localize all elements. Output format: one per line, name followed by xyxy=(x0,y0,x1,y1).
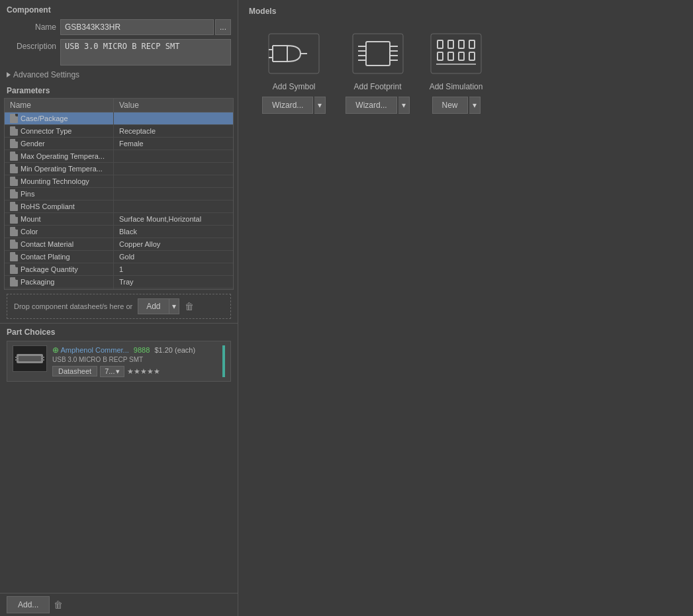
table-row[interactable]: Package Quantity1 xyxy=(5,263,233,276)
name-field-group: ... xyxy=(60,19,231,35)
table-row[interactable]: Case/Package xyxy=(5,112,233,125)
table-row[interactable]: Contact MaterialCopper Alloy xyxy=(5,238,233,251)
col-name-header: Name xyxy=(5,99,114,112)
param-value-cell: Tray xyxy=(114,277,233,287)
datasheet-drop-label: Drop component datasheet/s here or xyxy=(14,302,132,310)
file-icon xyxy=(10,114,18,123)
param-value-cell: Black xyxy=(114,226,233,237)
table-row[interactable]: Min Operating Tempera... xyxy=(5,163,233,175)
add-footprint-item: Add Footprint Wizard... ▾ xyxy=(346,30,409,114)
name-ellipsis-button[interactable]: ... xyxy=(215,19,231,35)
advanced-settings-toggle[interactable]: Advanced Settings xyxy=(0,67,238,82)
description-row: Description USB 3.0 MICRO B RECP SMT xyxy=(0,37,238,67)
part-version-button[interactable]: 7... ▾ xyxy=(100,366,124,377)
footprint-wizard-arrow-button[interactable]: ▾ xyxy=(398,97,410,114)
param-name-cell: Contact Plating xyxy=(5,251,114,263)
param-name-cell: Package Quantity xyxy=(5,263,114,275)
table-row[interactable]: ColorBlack xyxy=(5,226,233,238)
table-row[interactable]: GenderFemale xyxy=(5,138,233,150)
part-info: ⊕ Amphenol Commer... 9888 $1.20 (each) U… xyxy=(52,345,217,377)
bottom-add-button[interactable]: Add... xyxy=(7,596,50,613)
symbol-wizard-arrow-button[interactable]: ▾ xyxy=(314,97,326,114)
add-symbol-item: Add Symbol Wizard... ▾ xyxy=(262,30,326,114)
add-datasheet-button[interactable]: Add xyxy=(138,298,169,314)
delete-datasheet-icon[interactable]: 🗑 xyxy=(185,301,194,312)
part-choices-header: Part Choices xyxy=(7,328,231,337)
name-input[interactable] xyxy=(60,19,214,35)
part-stars: ★★★★★ xyxy=(127,367,160,376)
svg-rect-3 xyxy=(15,359,19,361)
models-header: Models xyxy=(249,7,682,16)
symbol-btn-row: Wizard... ▾ xyxy=(262,97,326,114)
simulation-new-button[interactable]: New xyxy=(432,97,468,114)
param-value-cell: 1 xyxy=(114,264,233,275)
file-icon xyxy=(10,265,18,274)
simulation-new-arrow-button[interactable]: ▾ xyxy=(469,97,481,114)
svg-rect-5 xyxy=(41,359,44,361)
footprint-wizard-button[interactable]: Wizard... xyxy=(346,97,396,114)
bottom-delete-icon[interactable]: 🗑 xyxy=(54,599,63,610)
table-row[interactable]: Pins xyxy=(5,188,233,200)
add-simulation-label: Add Simulation xyxy=(430,82,483,91)
footprint-btn-row: Wizard... ▾ xyxy=(346,97,409,114)
symbol-wizard-button[interactable]: Wizard... xyxy=(262,97,313,114)
param-value-cell xyxy=(114,167,233,170)
file-icon xyxy=(10,252,18,261)
file-icon xyxy=(10,214,18,224)
svg-rect-24 xyxy=(438,40,443,48)
name-row: Name ... xyxy=(0,17,238,37)
part-datasheet-button[interactable]: Datasheet xyxy=(52,366,97,376)
svg-rect-28 xyxy=(438,52,443,60)
file-icon xyxy=(10,164,18,173)
table-row[interactable]: PackagingTray xyxy=(5,276,233,288)
part-thumbnail xyxy=(13,345,47,372)
part-description: USB 3.0 MICRO B RECP SMT xyxy=(52,356,217,363)
svg-rect-30 xyxy=(459,52,464,60)
datasheet-row: Drop component datasheet/s here or Add ▾… xyxy=(0,290,238,323)
svg-rect-25 xyxy=(448,40,453,48)
parameters-section: Parameters Name Value Case/PackageConnec… xyxy=(0,82,238,290)
param-value-cell: Surface Mount,Horizontal xyxy=(114,214,233,224)
param-value-cell xyxy=(114,193,233,195)
param-value-cell xyxy=(114,155,233,157)
table-row[interactable]: Connector TypeReceptacle xyxy=(5,125,233,138)
parameters-table[interactable]: Name Value Case/PackageConnector TypeRec… xyxy=(4,98,234,290)
file-icon xyxy=(10,177,18,186)
part-card: ⊕ Amphenol Commer... 9888 $1.20 (each) U… xyxy=(7,341,231,382)
part-choices-section: Part Choices ⊕ Amphenol Commer. xyxy=(0,323,238,386)
param-name-cell: Min Operating Tempera... xyxy=(5,163,114,175)
right-panel: Models Add Symb xyxy=(238,0,693,616)
param-name-cell: Contact Material xyxy=(5,238,114,250)
param-name-cell: Max Operating Tempera... xyxy=(5,150,114,162)
add-footprint-label: Add Footprint xyxy=(353,82,401,91)
param-value-cell: Female xyxy=(114,138,233,149)
svg-rect-2 xyxy=(15,357,19,358)
file-icon xyxy=(10,139,18,148)
table-row[interactable]: Mounting Technology xyxy=(5,175,233,188)
svg-rect-13 xyxy=(353,34,403,73)
add-datasheet-arrow-button[interactable]: ▾ xyxy=(169,298,179,314)
part-stock: 9888 xyxy=(134,346,150,354)
table-row[interactable]: RoHS Compliant xyxy=(5,200,233,213)
file-icon xyxy=(10,277,18,286)
svg-rect-29 xyxy=(448,52,453,60)
param-value-cell xyxy=(114,205,233,208)
svg-rect-6 xyxy=(269,34,319,73)
col-value-header: Value xyxy=(114,99,233,112)
table-row[interactable]: Max Operating Tempera... xyxy=(5,150,233,163)
param-value-cell xyxy=(114,117,233,120)
description-input[interactable]: USB 3.0 MICRO B RECP SMT xyxy=(60,39,231,66)
file-icon xyxy=(10,227,18,236)
param-value-cell: Receptacle xyxy=(114,126,233,136)
table-header: Name Value xyxy=(5,99,233,112)
part-choices-spacer xyxy=(0,386,238,594)
svg-rect-27 xyxy=(469,40,475,48)
component-section-header: Component xyxy=(0,0,238,17)
table-row[interactable]: Contact PlatingGold xyxy=(5,251,233,263)
param-name-cell: Mount xyxy=(5,213,114,225)
table-row[interactable]: MountSurface Mount,Horizontal xyxy=(5,213,233,226)
file-icon xyxy=(10,126,18,136)
param-name-cell: Mounting Technology xyxy=(5,175,114,187)
datasheet-drop-zone[interactable]: Drop component datasheet/s here or Add ▾… xyxy=(7,294,231,319)
file-icon xyxy=(10,152,18,161)
